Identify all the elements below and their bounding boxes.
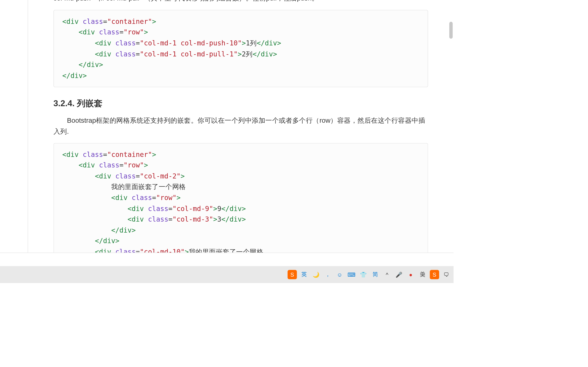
- sidebar: 文件 大纲 ⌄BootStrap1. 主要内容›2. BootStrap的安装和…: [0, 0, 28, 252]
- ime-yi[interactable]: 羮: [418, 270, 427, 279]
- heading-3-2-4[interactable]: 3.2.4. 列嵌套: [53, 97, 428, 110]
- ime-simp[interactable]: 简: [371, 270, 380, 279]
- chevron-up-icon[interactable]: ^: [382, 270, 392, 279]
- hbuilder-icon[interactable]: H: [0, 266, 3, 283]
- outline-tree: ⌄BootStrap1. 主要内容›2. BootStrap的安装和使用⌄3. …: [0, 0, 27, 114]
- keyboard-icon[interactable]: ⌨: [347, 270, 356, 279]
- smile-icon[interactable]: ☺: [335, 270, 344, 279]
- ime-lang[interactable]: 英: [300, 270, 309, 279]
- sogou2-icon[interactable]: S: [430, 270, 439, 279]
- code-block[interactable]: <div class="container"> <div class="row"…: [53, 10, 428, 87]
- code-block[interactable]: <div class="container"> <div class="row"…: [53, 143, 428, 252]
- editor[interactable]: </div> 3.2.3. 列排序 I 列排序其实就是改变列的方向，就是改变左右…: [28, 0, 453, 252]
- mic-icon[interactable]: 🎤: [394, 270, 404, 279]
- taskbar: T H S英🌙，☺⌨👕简^🎤●羮S🗨: [0, 266, 454, 283]
- moon-icon[interactable]: 🌙: [311, 270, 321, 279]
- paragraph[interactable]: 列排序其实就是改变列的方向，就是改变左右浮动，并且设置浮动的距离。在Bootst…: [53, 0, 428, 4]
- system-tray: S英🌙，☺⌨👕简^🎤●羮S🗨: [288, 270, 451, 279]
- outline-item[interactable]: ›5. BootStrap 插件: [0, 98, 27, 110]
- outline-item[interactable]: ⌄3.2. 栅格网格系统: [0, 22, 27, 34]
- comma-icon[interactable]: ，: [323, 270, 333, 279]
- sogou-icon[interactable]: S: [288, 270, 297, 279]
- outline-item[interactable]: ›4. 常用样式: [0, 85, 27, 98]
- note-icon[interactable]: 🗨: [442, 270, 451, 279]
- outline-item[interactable]: 3.2.1. 列组合: [0, 34, 27, 47]
- outline-item[interactable]: 3.2.4. 列嵌套: [0, 73, 27, 85]
- statusbar: ‹ </>: [0, 252, 454, 266]
- record-icon[interactable]: ●: [406, 270, 415, 279]
- paragraph[interactable]: Bootstrap框架的网格系统还支持列的嵌套。你可以在一个列中添加一个或者多个…: [53, 115, 428, 137]
- scrollbar[interactable]: [448, 0, 454, 252]
- outline-item[interactable]: 3.2.2. 列偏移: [0, 47, 27, 60]
- outline-item[interactable]: 3.1. 布局容器: [0, 9, 27, 22]
- outline-item[interactable]: ⌄3. 布局容器和栅格网格系统: [0, 0, 27, 9]
- outline-item[interactable]: 3.2.3. 列排序: [0, 60, 27, 73]
- shirt-icon[interactable]: 👕: [359, 270, 368, 279]
